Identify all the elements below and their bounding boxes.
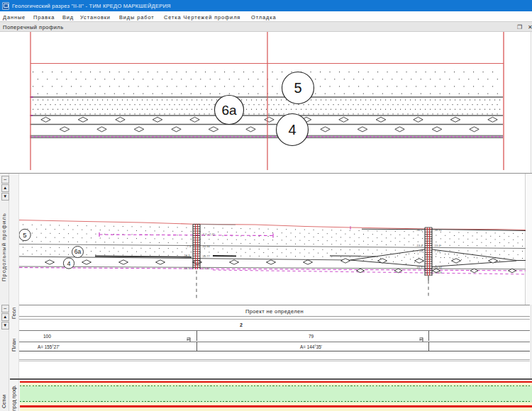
svg-text:-7.23: -7.23 (433, 249, 440, 253)
svg-text:-15.7: -15.7 (416, 266, 423, 269)
svg-text:-7.2 ±7.21: -7.2 ±7.21 (201, 232, 215, 236)
svg-text:-13.4: -13.4 (416, 244, 423, 247)
svg-text:-15.34: -15.34 (201, 266, 211, 270)
svg-text:-38.31: -38.31 (433, 228, 443, 232)
svg-text:-10.77: -10.77 (201, 254, 211, 258)
svg-text:-10.3: -10.3 (183, 254, 190, 257)
svg-text:-17.03: -17.03 (433, 271, 443, 274)
svg-text:6а: 6а (74, 248, 82, 255)
svg-text:-36.2: -36.2 (416, 228, 423, 232)
svg-text:-13.4: -13.4 (433, 244, 440, 247)
svg-text:5: 5 (294, 80, 301, 96)
svg-text:-15.34: -15.34 (433, 266, 443, 269)
svg-text:4: 4 (288, 122, 296, 137)
svg-text:-15.5: -15.5 (183, 266, 190, 270)
svg-text:4: 4 (67, 259, 70, 266)
svg-text:-7.21: -7.21 (416, 249, 423, 253)
svg-text:-7.5: -7.5 (186, 244, 192, 247)
svg-text:5: 5 (23, 231, 26, 239)
svg-text:6а: 6а (221, 103, 237, 118)
svg-text:-10.34: -10.34 (201, 244, 211, 248)
